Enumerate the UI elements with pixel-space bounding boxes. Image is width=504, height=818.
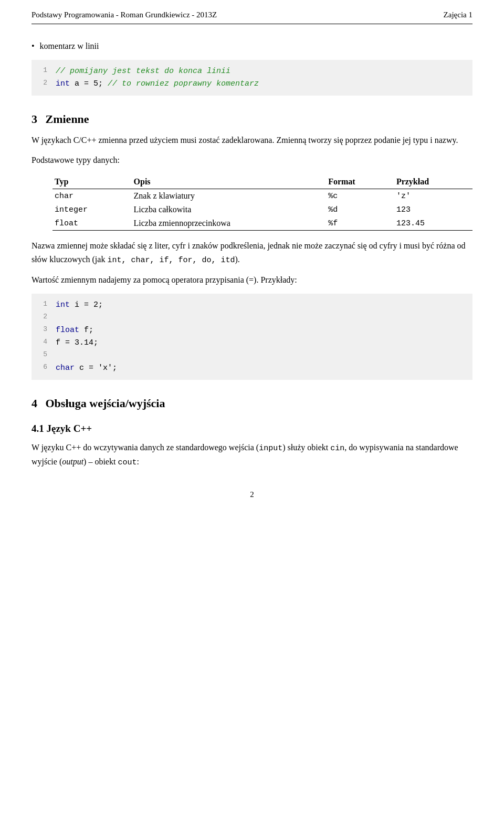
header-title: Podstawy Programowania - Roman Grundkiew… [32,11,217,19]
section4-heading: 4 Obsługa wejścia/wyjścia [32,397,472,410]
var-line-num-3: 3 [37,324,47,335]
var-line-3: 3 float f; [37,324,467,337]
section3-intro: W językach C/C++ zmienna przed użyciem m… [32,133,472,147]
page-header: Podstawy Programowania - Roman Grundkiew… [32,11,472,24]
var-line-4: 4 f = 3.14; [37,337,467,349]
page-footer: 2 [32,490,472,499]
section3-para1: Nazwa zmiennej może składać się z liter,… [32,239,472,267]
cell-integer-opis: Liczba całkowita [132,203,327,216]
code-rest-2: a = 5; // to rowniez poprawny komentarz [70,79,259,88]
var-line-1: 1 int i = 2; [37,299,467,312]
inline-code-keywords: int, char, if, for, do, itd [107,256,235,265]
inline-code-cout: cout [118,458,136,467]
section3-title: Zmienne [46,112,89,126]
code-block-variables: 1 int i = 2; 2 3 float f; 4 f = 3.14; 5 … [32,294,472,380]
keyword-char-var: char [56,364,75,372]
keyword-int-var: int [56,301,70,309]
table-header-row: Typ Opis Format Przykład [52,175,472,189]
bullet-komentarz: • komentarz w linii [32,40,472,53]
cell-char-przyklad: 'z' [394,189,472,203]
var-rest-6: c = 'x'; [75,364,117,372]
cell-integer-typ: integer [52,203,132,216]
cell-float-opis: Liczba zmiennoprzecinkowa [132,216,327,231]
cell-char-typ: char [52,189,132,203]
var-rest-1: i = 2; [70,301,103,309]
table-intro: Podstawowe typy danych: [32,153,472,167]
code-line-1: 1 // pomijany jest tekst do konca linii [37,65,467,78]
subsection41-title: Język C++ [47,423,92,434]
var-code-3: float f; [56,324,93,337]
var-code-4: f = 3.14; [56,337,98,349]
komentarz-section: • komentarz w linii 1 // pomijany jest t… [32,40,472,96]
section3-heading: 3 Zmienne [32,112,472,126]
var-code-2 [56,312,60,324]
code-comment-1: // pomijany jest tekst do konca linii [56,65,230,78]
var-rest-3: f; [79,326,93,335]
subsection41-number: 4.1 [32,423,44,434]
header-zajecia: Zajęcia 1 [444,11,472,19]
var-line-num-5: 5 [37,349,47,360]
table-row-char: char Znak z klawiatury %c 'z' [52,189,472,203]
section3-para2: Wartość zmiennym nadajemy za pomocą oper… [32,273,472,287]
col-opis: Opis [132,175,327,189]
var-line-num-6: 6 [37,362,47,373]
var-line-2: 2 [37,312,467,324]
var-line-num-1: 1 [37,299,47,310]
code-block-comments: 1 // pomijany jest tekst do konca linii … [32,60,472,96]
page-container: Podstawy Programowania - Roman Grundkiew… [0,0,504,818]
col-format: Format [326,175,394,189]
var-line-num-4: 4 [37,337,47,348]
cell-integer-przyklad: 123 [394,203,472,216]
subsection41-heading: 4.1 Język C++ [32,423,472,434]
line-num-1: 1 [37,65,47,76]
types-table: Typ Opis Format Przykład char Znak z kla… [52,175,472,231]
cell-integer-format: %d [326,203,394,216]
section3-number: 3 [32,112,37,126]
section4-title: Obsługa wejścia/wyjścia [46,397,165,410]
cell-float-format: %f [326,216,394,231]
keyword-float-var: float [56,326,79,335]
var-code-6: char c = 'x'; [56,362,117,375]
code-line-2-content: int a = 5; // to rowniez poprawny koment… [56,78,259,90]
inline-code-input: input [259,444,282,453]
page-number: 2 [250,490,254,499]
cell-float-przyklad: 123.45 [394,216,472,231]
inline-code-cin: cin [330,444,344,453]
var-line-num-2: 2 [37,312,47,323]
subsection41-text: W języku C++ do wczytywania danych ze st… [32,441,472,469]
bullet-dot: • [32,40,35,53]
section4-number: 4 [32,397,37,410]
table-row-integer: integer Liczba całkowita %d 123 [52,203,472,216]
col-przyklad: Przykład [394,175,472,189]
bullet-komentarz-label: komentarz w linii [40,40,99,53]
italic-output: output [62,457,83,466]
var-code-5 [56,349,60,362]
var-line-6: 6 char c = 'x'; [37,362,467,375]
col-typ: Typ [52,175,132,189]
cell-char-opis: Znak z klawiatury [132,189,327,203]
code-line-2: 2 int a = 5; // to rowniez poprawny kome… [37,78,467,90]
cell-float-typ: float [52,216,132,231]
var-line-5: 5 [37,349,467,362]
keyword-int-1: int [56,79,70,88]
table-row-float: float Liczba zmiennoprzecinkowa %f 123.4… [52,216,472,231]
cell-char-format: %c [326,189,394,203]
line-num-2: 2 [37,78,47,89]
var-code-1: int i = 2; [56,299,103,312]
